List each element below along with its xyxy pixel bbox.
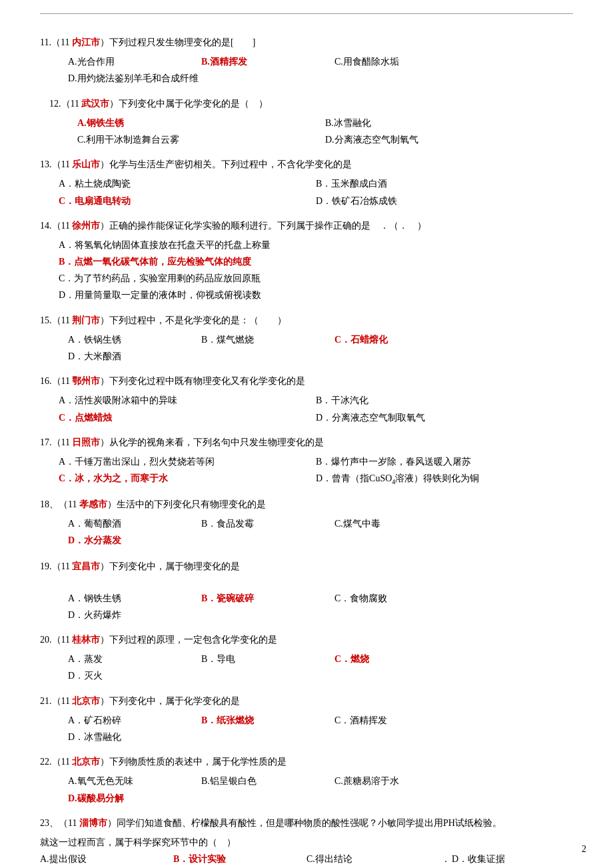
- q23-optC: C.得出结论: [306, 851, 426, 867]
- q15-optA: A．铁锅生锈: [68, 331, 188, 348]
- q19-optD: D．火药爆炸: [68, 607, 188, 623]
- q19-options: A．钢铁生锈 B．瓷碗破碎 C．食物腐败 D．火药爆炸: [40, 590, 573, 623]
- q17-optC: C．冰，水为之，而寒于水: [59, 470, 316, 488]
- q12-optB: B.冰雪融化: [325, 115, 573, 131]
- question-21: 21.（11 北京市）下列变化中，属于化学变化的是 A．矿石粉碎 B．纸张燃烧 …: [40, 693, 573, 746]
- q11-optA: A.光合作用: [68, 53, 188, 70]
- q21-optB: B．纸张燃烧: [201, 712, 321, 729]
- q13-optC: C．电扇通电转动: [59, 193, 316, 209]
- q12-text: ）下列变化中属于化学变化的是（ ）: [109, 99, 268, 109]
- q12-number: 12.（11: [49, 99, 81, 109]
- q12-city: 武汉市: [81, 99, 109, 109]
- q18-optB: B．食品发霉: [201, 515, 321, 532]
- q20-number: 20.（11: [40, 635, 72, 645]
- q16-optB: B．干冰汽化: [316, 392, 573, 409]
- q19-optA: A．钢铁生锈: [68, 590, 188, 607]
- q17-city: 日照市: [72, 437, 100, 447]
- q22-text: ）下列物质性质的表述中，属于化学性质的是: [100, 757, 287, 767]
- q22-number: 22.（11: [40, 757, 72, 767]
- q16-city: 鄂州市: [72, 376, 100, 386]
- q15-optC: C．石蜡熔化: [334, 331, 454, 348]
- q18-number: 18、（11: [40, 499, 79, 509]
- q18-options: A．葡萄酿酒 B．食品发霉 C.煤气中毒 D．水分蒸发: [40, 515, 573, 549]
- q14-city: 徐州市: [72, 221, 100, 231]
- question-22: 22.（11 北京市）下列物质性质的表述中，属于化学性质的是 A.氧气无色无味 …: [40, 753, 573, 807]
- q19-text: ）下列变化中，属于物理变化的是: [100, 561, 240, 571]
- q14-text: ）正确的操作能保证化学实验的顺利进行。下列属于操作正确的是 ．（． ）: [100, 221, 426, 231]
- q14-optC: C．为了节约药品，实验室用剩的药品应放回原瓶: [59, 270, 573, 287]
- q17-number: 17.（11: [40, 437, 72, 447]
- q19-city: 宜昌市: [72, 561, 100, 571]
- q23-text2: 就这一过程而言，属于科学探究环节中的（ ）: [40, 834, 573, 851]
- q23-number: 23、（11: [40, 818, 79, 828]
- q22-optB: B.铝呈银白色: [201, 773, 321, 789]
- q20-optD: D．灭火: [68, 667, 188, 684]
- q21-optA: A．矿石粉碎: [68, 712, 188, 729]
- question-20: 20.（11 桂林市）下列过程的原理，一定包含化学变化的是 A．蒸发 B．导电 …: [40, 631, 573, 685]
- q13-options: A．粘土烧成陶瓷 B．玉米酿成白酒 C．电扇通电转动 D．铁矿石冶炼成铁: [40, 175, 573, 209]
- q21-number: 21.（11: [40, 696, 72, 706]
- q20-city: 桂林市: [72, 635, 100, 645]
- q12-optA: A.钢铁生锈: [77, 115, 325, 131]
- q18-optC: C.煤气中毒: [334, 515, 454, 532]
- question-15: 15.（11 荆门市）下列过程中，不是化学变化的是：（ ） A．铁锅生锈 B．煤…: [40, 312, 573, 365]
- q15-city: 荆门市: [72, 315, 100, 325]
- q11-number: 11.（11: [40, 37, 72, 47]
- q15-optD: D．大米酿酒: [68, 348, 188, 365]
- q13-city: 乐山市: [72, 159, 100, 169]
- q11-city: 内江市: [72, 37, 100, 47]
- q13-optD: D．铁矿石冶炼成铁: [316, 193, 573, 209]
- question-12: 12.（11 武汉市）下列变化中属于化学变化的是（ ） A.钢铁生锈 B.冰雪融…: [40, 95, 573, 149]
- q14-optD: D．用量筒量取一定量的液体时，仰视或俯视读数: [59, 287, 573, 303]
- question-23: 23、（11 淄博市）同学们知道食醋、柠檬酸具有酸性，但是哪种物质的酸性强呢？小…: [40, 815, 573, 868]
- q16-text: ）下列变化过程中既有物理变化又有化学变化的是: [100, 376, 305, 386]
- q13-number: 13.（11: [40, 159, 72, 169]
- q13-optA: A．粘土烧成陶瓷: [59, 175, 316, 192]
- q13-optB: B．玉米酿成白酒: [316, 175, 573, 192]
- q19-optC: C．食物腐败: [334, 590, 454, 607]
- q23-options: A.提出假设 B．设计实验 C.得出结论 ．D．收集证据: [40, 851, 573, 867]
- q14-number: 14.（11: [40, 221, 72, 231]
- q17-options: A．千锤万凿出深山，烈火焚烧若等闲 B．爆竹声中一岁除，春风送暖入屠苏 C．冰，…: [40, 453, 573, 488]
- q19-optB: B．瓷碗破碎: [201, 590, 321, 607]
- q22-city: 北京市: [72, 757, 100, 767]
- q16-optA: A．活性炭吸附冰箱中的异味: [59, 392, 316, 409]
- page-number: 2: [582, 844, 586, 855]
- q21-optC: C．酒精挥发: [334, 712, 454, 729]
- q18-optD: D．水分蒸发: [68, 532, 188, 549]
- q23-optB: B．设计实验: [173, 851, 293, 867]
- q20-optB: B．导电: [201, 651, 321, 667]
- q13-text: ）化学与生活生产密切相关。下列过程中，不含化学变化的是: [100, 159, 352, 169]
- q21-optD: D．冰雪融化: [68, 729, 188, 745]
- q11-optB: B.酒精挥发: [201, 53, 321, 70]
- q17-optD: D．曾青（指CuSO4溶液）得铁则化为铜: [316, 470, 573, 488]
- q18-text: ）生活中的下列变化只有物理变化的是: [107, 499, 266, 509]
- q21-text: ）下列变化中，属于化学变化的是: [100, 696, 240, 706]
- q17-optA: A．千锤万凿出深山，烈火焚烧若等闲: [59, 453, 316, 470]
- q22-options: A.氧气无色无味 B.铝呈银白色 C.蔗糖易溶于水 D.碳酸易分解: [40, 773, 573, 806]
- q12-optC: C.利用干冰制造舞台云雾: [77, 131, 325, 148]
- q20-text: ）下列过程的原理，一定包含化学变化的是: [100, 635, 277, 645]
- question-17: 17.（11 日照市）从化学的视角来看，下列名句中只发生物理变化的是 A．千锤万…: [40, 434, 573, 488]
- q19-number: 19.（11: [40, 561, 72, 571]
- q12-optD: D.分离液态空气制氧气: [325, 131, 573, 148]
- question-16: 16.（11 鄂州市）下列变化过程中既有物理变化又有化学变化的是 A．活性炭吸附…: [40, 373, 573, 426]
- question-13: 13.（11 乐山市）化学与生活生产密切相关。下列过程中，不含化学变化的是 A．…: [40, 156, 573, 209]
- q20-options: A．蒸发 B．导电 C．燃烧 D．灭火: [40, 651, 573, 684]
- q15-text: ）下列过程中，不是化学变化的是：（ ）: [100, 315, 287, 325]
- q18-optA: A．葡萄酿酒: [68, 515, 188, 532]
- q18-city: 孝感市: [79, 499, 107, 509]
- q15-optB: B．煤气燃烧: [201, 331, 321, 348]
- q11-optC: C.用食醋除水垢: [334, 53, 454, 70]
- q23-text: ）同学们知道食醋、柠檬酸具有酸性，但是哪种物质的酸性强呢？小敏同学提出用PH试纸…: [107, 818, 502, 828]
- q11-optD: D.用灼烧法鉴别羊毛和合成纤维: [68, 70, 199, 87]
- q15-number: 15.（11: [40, 315, 72, 325]
- q23-city: 淄博市: [79, 818, 107, 828]
- q22-optC: C.蔗糖易溶于水: [334, 773, 454, 789]
- q23-optD: ．D．收集证据: [440, 851, 560, 867]
- top-border: [40, 13, 573, 14]
- q17-optB: B．爆竹声中一岁除，春风送暖入屠苏: [316, 453, 573, 470]
- q16-optD: D．分离液态空气制取氧气: [316, 409, 573, 426]
- q14-options: A．将氢氧化钠固体直接放在托盘天平的托盘上称量 B．点燃一氧化碳气体前，应先检验…: [40, 237, 573, 304]
- q14-optA: A．将氢氧化钠固体直接放在托盘天平的托盘上称量: [59, 237, 573, 253]
